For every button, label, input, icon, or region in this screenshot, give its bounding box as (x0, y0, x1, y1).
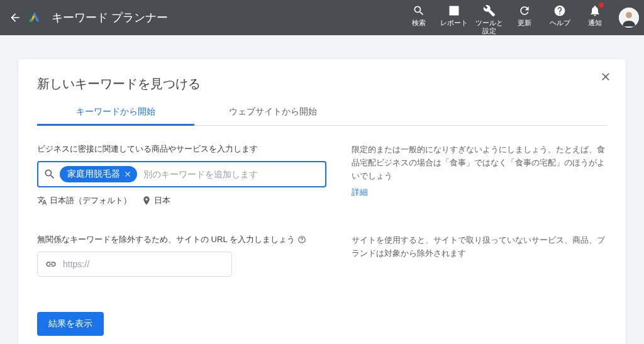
wrench-icon (482, 4, 496, 18)
keyword-input-box[interactable]: 家庭用脱毛器 (37, 161, 326, 187)
tool-search[interactable]: 検索 (401, 0, 436, 27)
translate-icon (37, 196, 47, 206)
keyword-tip-text: 限定的または一般的になりすぎないようにしましょう。たとえば、食品宅配ビジネスの場… (352, 143, 607, 182)
help-icon[interactable] (297, 235, 306, 244)
google-ads-logo (28, 10, 43, 25)
language-label: 日本語（デフォルト） (50, 195, 131, 206)
location-icon (142, 196, 152, 206)
close-icon (599, 70, 612, 83)
location-label: 日本 (154, 195, 170, 206)
tool-tools-settings[interactable]: ツールと 設定 (472, 0, 507, 35)
help-icon (553, 4, 567, 18)
tool-label: レポート (440, 19, 468, 27)
show-results-button[interactable]: 結果を表示 (37, 312, 104, 336)
keyword-chip: 家庭用脱毛器 (60, 166, 137, 182)
tool-label: ヘルプ (550, 19, 570, 27)
refresh-icon (518, 4, 531, 18)
start-tabs: キーワードから開始 ウェブサイトから開始 (37, 101, 607, 126)
tab-start-by-keyword[interactable]: キーワードから開始 (37, 101, 194, 125)
tab-start-by-website[interactable]: ウェブサイトから開始 (194, 101, 352, 125)
user-avatar[interactable] (619, 8, 639, 28)
svg-point-0 (30, 19, 33, 23)
notification-badge (599, 3, 604, 8)
keyword-planner-card: 新しいキーワードを見つける キーワードから開始 ウェブサイトから開始 ビジネスに… (18, 59, 626, 344)
url-value: https:// (63, 259, 89, 269)
close-button[interactable] (599, 70, 613, 84)
tool-label: 検索 (412, 19, 426, 27)
link-icon (45, 258, 57, 270)
keyword-field-label: ビジネスに密接に関連している商品やサービスを入力します (37, 143, 326, 155)
language-selector[interactable]: 日本語（デフォルト） (37, 195, 131, 206)
tool-label: 通知 (588, 19, 602, 27)
app-header: キーワード プランナー 検索 レポート ツールと 設定 更新 ヘルプ 通知 (0, 0, 644, 35)
reports-icon (447, 4, 461, 18)
url-field-label-text: 無関係なキーワードを除外するため、サイトの URL を入力しましょう (37, 234, 295, 245)
app-title: キーワード プランナー (52, 10, 168, 25)
card-heading: 新しいキーワードを見つける (37, 75, 607, 92)
tool-reports[interactable]: レポート (436, 0, 472, 27)
arrow-left-icon (9, 11, 21, 24)
keyword-text-input[interactable] (141, 167, 320, 182)
close-icon (123, 170, 132, 179)
location-selector[interactable]: 日本 (142, 195, 170, 206)
tool-label: 更新 (518, 19, 531, 27)
search-icon (43, 168, 56, 180)
back-button[interactable] (8, 10, 23, 25)
url-tip-text: サイトを使用すると、サイトで取り扱っていないサービス、商品、ブランドは対象から除… (352, 234, 607, 260)
url-field-label: 無関係なキーワードを除外するため、サイトの URL を入力しましょう (37, 234, 326, 245)
svg-point-2 (626, 12, 632, 18)
chip-label: 家庭用脱毛器 (67, 169, 120, 180)
tool-label: ツールと 設定 (475, 19, 503, 35)
header-tools: 検索 レポート ツールと 設定 更新 ヘルプ 通知 (401, 0, 613, 35)
chip-remove-button[interactable] (123, 170, 132, 179)
tool-notifications[interactable]: 通知 (577, 0, 613, 27)
tip-details-link[interactable]: 詳細 (352, 186, 368, 199)
tool-help[interactable]: ヘルプ (542, 0, 577, 27)
tool-refresh[interactable]: 更新 (507, 0, 542, 27)
site-url-input[interactable]: https:// (37, 252, 232, 277)
search-icon (412, 4, 426, 18)
avatar-icon (619, 8, 639, 28)
